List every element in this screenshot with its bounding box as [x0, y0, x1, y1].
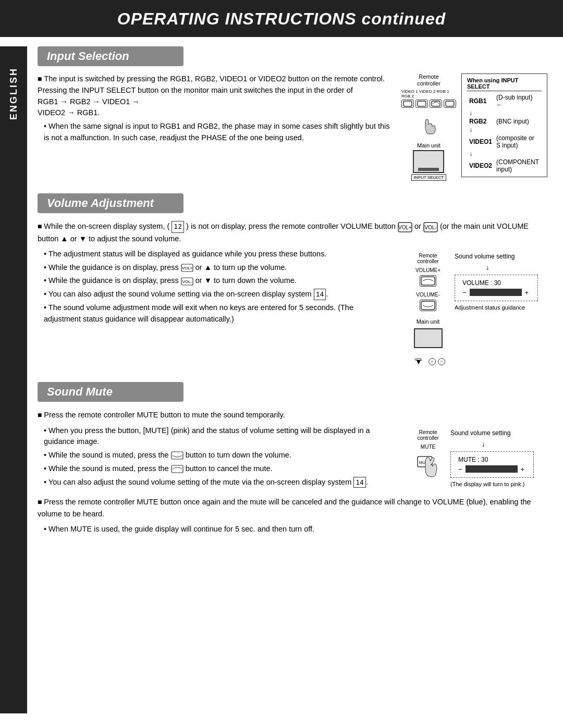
mute-body3: • When MUTE is used, the guide display w… — [44, 523, 547, 535]
vol-plus-btn[interactable] — [420, 275, 436, 287]
page-wrapper: OPERATING INSTRUCTIONS continued ENGLISH… — [0, 0, 563, 728]
vol-number: VOLUME : 30 — [462, 279, 530, 287]
volume-down-icon: ▼ VOL — [411, 354, 426, 369]
remote-mute-label: Remotecontroller — [417, 429, 438, 441]
mute-remote-section: Remotecontroller MUTE MUTE — [415, 429, 534, 487]
mute-setting-box: MUTE : 30 − + — [450, 451, 534, 478]
mute-press-icon: MUTE — [415, 454, 441, 480]
table-row: VIDEO2 (COMPONENT input) — [467, 158, 542, 174]
rgb1-btn[interactable] — [430, 100, 442, 108]
vol-plus-sign: + — [525, 289, 529, 297]
page-title: OPERATING INSTRUCTIONS continued — [10, 9, 553, 29]
remote-mute-diagram: Remotecontroller MUTE MUTE — [415, 429, 441, 487]
table-row: ↓ — [467, 150, 542, 158]
language-label: ENGLISH — [8, 67, 19, 120]
table-row: RGB1 (D-sub input) ← — [467, 93, 542, 109]
mute-display-right: Sound volume setting ↓ MUTE : 30 − + — [450, 429, 534, 487]
pink-note: (The display will turn to pink.) — [450, 481, 524, 487]
table-row: ↓ — [467, 109, 542, 117]
volume-bullets: The adjustment status will be displayed … — [38, 249, 391, 325]
vol-minus-icon: VOL- — [423, 222, 438, 232]
mute-bullets: When you press the button, [MUTE] (pink)… — [38, 425, 391, 488]
section-title-input: Input Selection — [47, 50, 174, 63]
vol-minus-sign: − — [462, 289, 467, 297]
mute-bullet3: While the sound is muted, press the butt… — [44, 463, 391, 475]
volume-bullet2: While the guidance is on display, press … — [44, 262, 391, 274]
input-bullet1: When the same signal is input to RGB1 an… — [44, 121, 391, 144]
section-header-mute: Sound Mute — [38, 382, 183, 402]
mute-section-content: When you press the button, [MUTE] (pink)… — [38, 425, 547, 490]
vol-bar-row: − + — [462, 289, 530, 297]
page-number: 10 — [0, 724, 563, 728]
mute-plus-sign: + — [521, 465, 525, 473]
input-section-text: The input is switched by pressing the RG… — [38, 73, 391, 181]
table-row: VIDEO1 (composite or S input) — [467, 134, 542, 150]
svg-text:VOL-: VOL- — [182, 279, 192, 284]
svg-rect-1 — [418, 101, 426, 106]
svg-text:VOL: VOL — [414, 357, 423, 362]
volume-display-right: Sound volume setting ↓ VOLUME : 30 − + — [455, 253, 538, 369]
remote-vol-label: Remotecontroller — [417, 253, 438, 264]
section-title-mute: Sound Mute — [47, 385, 174, 399]
section-volume: Volume Adjustment While the on-screen di… — [38, 193, 547, 369]
volume-bullet5: The sound volume adjustment mode will ex… — [44, 302, 391, 325]
input-bullets: When the same signal is input to RGB1 an… — [38, 121, 391, 144]
mute-diagram-area: Remotecontroller MUTE MUTE — [401, 425, 547, 490]
svg-text:VOL+: VOL+ — [181, 266, 192, 270]
remote-main-unit: Remotecontroller VIDEO 1 VIDEO 2 RGB 1 R… — [401, 73, 456, 181]
section-input-selection: Input Selection The input is switched by… — [38, 46, 547, 181]
mute-minus-sign: − — [458, 465, 462, 473]
svg-rect-16 — [172, 452, 183, 459]
section-header-volume: Volume Adjustment — [38, 193, 183, 213]
vol-bar — [470, 289, 522, 296]
mute-full-text1: Press the remote controller MUTE button … — [38, 409, 547, 421]
input-body1: The input is switched by pressing the RG… — [38, 73, 391, 119]
volume-section-content: The adjustment status will be displayed … — [38, 249, 547, 369]
table-row: ↓ — [467, 126, 542, 134]
input-select-table: When using INPUT SELECT RGB1 (D-sub inpu… — [461, 73, 547, 177]
section-title-volume: Volume Adjustment — [47, 196, 174, 210]
remote-diagram: Remotecontroller VIDEO 1 VIDEO 2 RGB 1 R… — [401, 73, 456, 110]
volume-diagram-area: Remotecontroller VOLUME+ VOLUME- — [401, 249, 547, 369]
remote-label: Remotecontroller — [417, 73, 440, 87]
sound-vol-setting-label: Sound volume setting — [455, 253, 515, 260]
svg-text:VOL-: VOL- — [424, 225, 436, 230]
mute-bullet2: While the sound is muted, press the butt… — [44, 450, 391, 461]
mute-bullet4: You can also adjust the sound volume set… — [44, 477, 391, 488]
svg-rect-17 — [172, 465, 183, 473]
volume-bullet4: You can also adjust the sound volume set… — [44, 289, 391, 300]
input-diagram-area: Remotecontroller VIDEO 1 VIDEO 2 RGB 1 R… — [401, 73, 547, 181]
svg-rect-0 — [403, 101, 412, 106]
svg-rect-3 — [446, 101, 454, 106]
content-area: ENGLISH Input Selection The input is swi… — [0, 46, 563, 724]
vol-minus-btn[interactable] — [420, 300, 436, 311]
input-diagram: Remotecontroller VIDEO 1 VIDEO 2 RGB 1 R… — [401, 73, 547, 181]
mute-body2: Press the remote controller MUTE button … — [38, 496, 547, 520]
finger-icon — [421, 116, 437, 135]
mute-bar — [466, 465, 518, 473]
input-section-content: The input is switched by pressing the RG… — [38, 73, 547, 181]
mute-bullet1: When you press the button, [MUTE] (pink)… — [44, 425, 391, 448]
video1-btn[interactable] — [401, 100, 414, 108]
rgb2-btn[interactable] — [444, 100, 456, 108]
vol-plus-icon: VOL+ — [398, 222, 412, 232]
remote-vol-diagram: Remotecontroller VOLUME+ VOLUME- — [411, 253, 445, 369]
section-header-input: Input Selection — [38, 46, 183, 66]
vol-setting-box: VOLUME : 30 − + — [455, 275, 538, 301]
volume-bullet3: While the guidance is on display, press … — [44, 275, 391, 287]
section-sound-mute: Sound Mute Press the remote controller M… — [38, 382, 547, 535]
adjustment-status-label: Adjustment status guidance — [455, 304, 525, 311]
video2-btn[interactable] — [415, 100, 428, 108]
volume-body1: While the on-screen display system, ( 12… — [38, 220, 547, 244]
volume-section-text: The adjustment status will be displayed … — [38, 249, 391, 369]
mute-body1: Press the remote controller MUTE button … — [38, 409, 547, 421]
mute-section-text: When you press the button, [MUTE] (pink)… — [38, 425, 391, 490]
table-title: When using INPUT SELECT — [467, 77, 542, 91]
page-header: OPERATING INSTRUCTIONS continued — [0, 0, 563, 37]
sound-vol-mute-label: Sound volume setting — [450, 429, 510, 437]
table-row: RGB2 (BNC input) — [467, 117, 542, 126]
volume-bullet1: The adjustment status will be displayed … — [44, 249, 391, 260]
svg-text:VOL+: VOL+ — [398, 225, 412, 230]
input-select-label[interactable]: INPUT SELECT — [411, 174, 446, 181]
volume-full-text: While the on-screen display system, ( 12… — [38, 220, 547, 244]
